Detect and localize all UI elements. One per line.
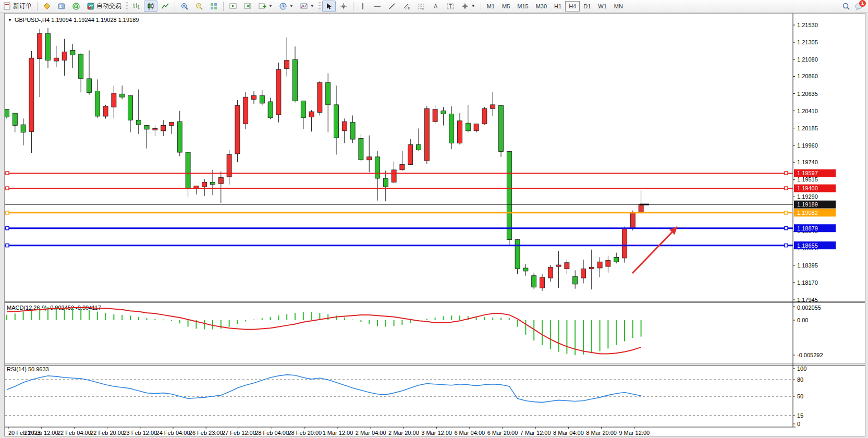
candle-body: [334, 105, 339, 138]
candle-body: [268, 102, 273, 118]
tile-windows-button[interactable]: [207, 1, 221, 12]
annotation-arrow[interactable]: [632, 227, 677, 273]
candle-body: [252, 95, 256, 99]
price-axis[interactable]: 1.215301.213051.210801.208601.206351.204…: [793, 22, 818, 303]
candle-body: [556, 265, 561, 266]
candle-body: [342, 121, 347, 131]
auto-trading-icon: [87, 2, 95, 10]
rsi-axis-label: 15: [797, 412, 803, 419]
price-label-text: 1.19400: [797, 185, 818, 191]
candle-body: [326, 82, 331, 105]
line-chart-type-button[interactable]: [158, 1, 172, 12]
new-order-button[interactable]: 新订单: [1, 1, 34, 12]
zoom-in-button[interactable]: [178, 1, 191, 12]
candle-body: [46, 33, 51, 60]
dropdown-caret[interactable]: ▼: [310, 4, 314, 8]
horizontal-line-tool-button[interactable]: [371, 1, 384, 12]
timeframe-toolbar: M1M5M15M30H1H4D1W1MN: [483, 1, 627, 11]
vertical-line-tool-button[interactable]: [356, 1, 370, 12]
toolbar-right: 1: [842, 2, 863, 10]
timeframe-button-W1[interactable]: W1: [594, 1, 610, 11]
fibonacci-icon: F: [417, 2, 425, 10]
rsi-axis-label: 0: [797, 421, 800, 427]
timeframe-button-M5[interactable]: M5: [498, 1, 514, 11]
time-tick-label: 2 Mar 20:00: [388, 430, 419, 436]
timeframe-button-M1[interactable]: M1: [483, 1, 498, 11]
tile-windows-icon: [210, 2, 218, 10]
text-label-tool-button[interactable]: T: [444, 1, 457, 12]
dropdown-caret[interactable]: ▼: [471, 4, 475, 8]
new-chart-button[interactable]: ▼: [255, 1, 275, 12]
chart-shift-button[interactable]: [241, 1, 254, 12]
candle-body: [375, 157, 380, 178]
candle-body: [417, 144, 421, 150]
templates-button[interactable]: ▼: [297, 1, 317, 12]
notifications-icon[interactable]: 1: [854, 2, 863, 10]
data-window-button[interactable]: [55, 1, 68, 12]
toolbar-grip: [319, 2, 321, 10]
timeframe-button-H1[interactable]: H1: [551, 1, 565, 11]
trendline-icon: [388, 2, 396, 10]
auto-scroll-button[interactable]: [226, 1, 240, 12]
price-level-lines[interactable]: 1.195971.194001.191891.190821.188791.186…: [5, 169, 836, 249]
crosshair-button[interactable]: [337, 1, 350, 12]
signals-button[interactable]: [69, 1, 83, 12]
timeframe-button-D1[interactable]: D1: [580, 1, 594, 11]
gold-diamond-icon: [43, 2, 51, 10]
rsi-line: [7, 375, 641, 403]
periods-button[interactable]: ▼: [276, 1, 296, 12]
rsi-axis-label: 50: [797, 393, 803, 399]
timeframe-button-M15[interactable]: M15: [514, 1, 532, 11]
candle-body: [507, 152, 511, 240]
time-axis[interactable]: 20 Feb 202321 Feb 12:0022 Feb 04:0022 Fe…: [8, 427, 650, 436]
candle-body: [630, 212, 635, 228]
auto-trading-button[interactable]: 自动交易: [84, 1, 124, 12]
candle-body: [606, 260, 610, 266]
candle-body: [424, 108, 429, 161]
fibonacci-tool-button[interactable]: F: [414, 1, 428, 12]
text-icon: A: [432, 2, 440, 10]
line-handle: [785, 227, 788, 230]
bar-chart-type-button[interactable]: [129, 1, 143, 12]
vertical-line-icon: [359, 2, 367, 10]
templates-icon: [300, 2, 308, 10]
price-tick-label: 1.20410: [797, 108, 818, 114]
search-icon[interactable]: [842, 2, 850, 10]
auto-scroll-icon: [229, 2, 237, 10]
new-order-icon: [3, 2, 11, 10]
arrows-icon: [461, 2, 469, 10]
dropdown-caret[interactable]: ▼: [268, 4, 273, 8]
candle-body: [169, 123, 174, 126]
macd-axis-label: -0.005292: [797, 352, 823, 358]
timeframe-button-H4[interactable]: H4: [565, 1, 580, 11]
arrows-tool-button[interactable]: ▼: [458, 1, 478, 12]
candle-body: [573, 276, 578, 284]
market-watch-button[interactable]: [40, 1, 54, 12]
time-tick-label: 8 Mar 04:00: [553, 430, 584, 436]
chart-canvas[interactable]: 1.215301.213051.210801.208601.206351.204…: [5, 14, 865, 436]
candle-body: [260, 95, 264, 103]
candle-body: [532, 276, 536, 287]
price-tick-label: 1.19290: [797, 193, 818, 200]
timeframe-button-M30[interactable]: M30: [532, 1, 551, 11]
line-handle: [785, 172, 788, 175]
trendline-tool-button[interactable]: [385, 1, 399, 12]
price-label-text: 1.19082: [797, 210, 818, 216]
cursor-button[interactable]: [322, 1, 336, 12]
candle-body: [211, 182, 215, 184]
macd-signal-line: [7, 308, 641, 354]
zoom-out-button[interactable]: [192, 1, 206, 12]
candlestick-chart-type-button[interactable]: [144, 1, 157, 12]
text-tool-button[interactable]: A: [429, 1, 443, 12]
time-tick-label: 23 Feb 12:00: [123, 430, 157, 436]
time-tick-label: 1 Mar 12:00: [323, 430, 353, 436]
candle-body: [235, 105, 240, 154]
auto-trading-label: 自动交易: [96, 2, 121, 10]
candle-body: [161, 126, 166, 131]
dropdown-caret[interactable]: ▼: [289, 4, 294, 8]
chart-window[interactable]: ▼ GBPUSD-,H4 1.19094 1.19244 1.19028 1.1…: [4, 13, 865, 436]
candle-body: [218, 178, 223, 184]
channel-tool-button[interactable]: E: [400, 1, 413, 12]
candle-body: [523, 268, 528, 271]
timeframe-button-MN[interactable]: MN: [610, 1, 627, 11]
